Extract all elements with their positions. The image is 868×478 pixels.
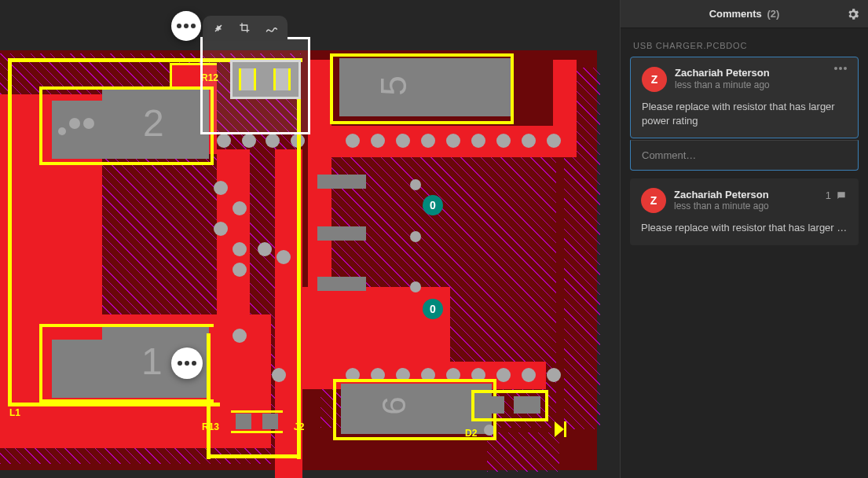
component-r12 (230, 60, 301, 99)
comment-body: Please replace with resistor that has la… (642, 100, 847, 128)
designator-6: 6 (375, 396, 413, 414)
comments-count: (2) (767, 8, 779, 20)
svg-marker-0 (555, 421, 564, 437)
selection-region[interactable] (200, 37, 310, 134)
more-icon[interactable] (834, 67, 847, 70)
designator-d2: D2 (465, 428, 477, 439)
chat-icon (835, 190, 848, 201)
copper-region (308, 60, 331, 388)
smd-pad (262, 414, 278, 429)
document-label: USB CHARGER.PCBDOC (621, 28, 868, 57)
comment-timestamp: less than a minute ago (674, 200, 769, 213)
copper-region (553, 60, 577, 132)
comments-title: Comments (709, 8, 762, 20)
smd-pad (478, 396, 504, 414)
comment-placeholder: Comment… (642, 149, 696, 161)
draw-icon[interactable] (264, 20, 280, 36)
comment-card[interactable]: Z Zachariah Peterson less than a minute … (630, 178, 859, 245)
pcb-canvas[interactable]: 2 1 5 6 (0, 0, 620, 478)
comment-card[interactable]: Z Zachariah Peterson less than a minute … (630, 57, 859, 138)
designator-1: 1 (141, 340, 163, 383)
comment-author: Zachariah Peterson (675, 67, 770, 79)
avatar: Z (642, 67, 667, 92)
designator-r13: R13 (202, 421, 219, 432)
comment-input[interactable]: Comment… (630, 140, 859, 171)
diode-cathode-icon (555, 421, 569, 437)
comment-marker[interactable] (171, 347, 203, 379)
smd-pad (317, 175, 366, 189)
reply-count: 1 (826, 189, 848, 201)
comments-header: Comments (2) (621, 0, 868, 28)
comment-author: Zachariah Peterson (674, 189, 769, 201)
polygon-fill (487, 432, 559, 472)
designator-l1: L1 (9, 407, 20, 418)
designator-5: 5 (372, 75, 415, 96)
component-pad (462, 58, 511, 116)
smd-pad (514, 396, 540, 414)
avatar: Z (641, 188, 666, 213)
smd-pad (317, 226, 366, 241)
selection-toolbar (203, 16, 288, 41)
designator-j2: J2 (294, 421, 304, 432)
comment-timestamp: less than a minute ago (675, 79, 770, 92)
component-pad: 2 (102, 88, 209, 159)
crop-icon[interactable] (237, 20, 253, 36)
component-pad: 6 (341, 384, 460, 434)
comment-body: Please replace with resistor that has la… (641, 221, 848, 235)
gear-icon[interactable] (846, 7, 860, 21)
component-pad: 5 (339, 58, 462, 116)
smd-pad (236, 414, 251, 429)
via-badge: 0 (423, 299, 443, 319)
comment-anchor[interactable] (171, 11, 201, 41)
component-pad (52, 340, 102, 398)
pin-icon[interactable] (211, 20, 226, 36)
comments-panel: Comments (2) USB CHARGER.PCBDOC Z Zachar… (620, 0, 868, 478)
designator-2: 2 (143, 101, 164, 145)
smd-pad (317, 277, 366, 291)
svg-rect-1 (564, 421, 566, 437)
via-badge: 0 (423, 195, 443, 215)
